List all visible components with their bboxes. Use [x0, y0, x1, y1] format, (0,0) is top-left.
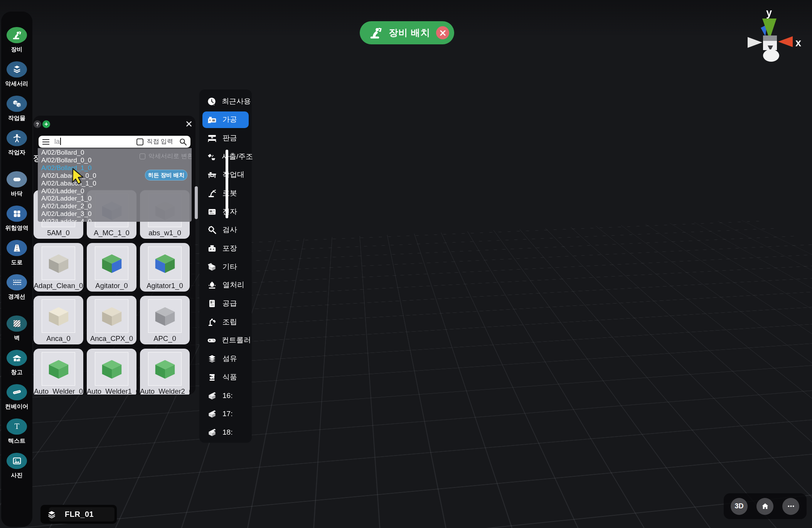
sidebar-item-road[interactable]: 도로 — [7, 240, 27, 266]
category-item-controller[interactable]: 컨트롤러 — [202, 332, 249, 349]
suggestion-item[interactable]: A/02/Ladder_1_0 — [38, 195, 192, 202]
category-menu: 최근사용 가공 판금 사출/주조 작업대 로봇 전자 검사 포장 기타 — [199, 89, 252, 443]
category-item-food[interactable]: 식품 — [202, 369, 249, 385]
more-options-button[interactable] — [782, 498, 799, 515]
sidebar-item-photo[interactable]: 사진 — [7, 453, 27, 479]
category-item-heat-treatment[interactable]: 열처리 — [202, 277, 249, 294]
hamburger-menu-icon[interactable] — [42, 139, 49, 145]
search-bar[interactable]: la 직접 입력 — [39, 136, 190, 148]
equipment-card-label: APC_0 — [140, 334, 190, 343]
warehouse-icon — [7, 350, 27, 366]
assembly-icon — [207, 317, 217, 327]
text-icon: T — [7, 418, 27, 435]
floor-selector-chip[interactable]: FLR_01 — [40, 505, 117, 524]
sidebar-item-label: 사진 — [11, 472, 23, 479]
equipment-card[interactable]: Anca_CPX_0 — [87, 296, 136, 344]
category-item-etc[interactable]: 기타 — [202, 258, 249, 275]
suggestion-item[interactable]: A/02/Labacon_1_0 — [38, 180, 192, 187]
category-item-recent[interactable]: 최근사용 — [202, 93, 249, 110]
direct-input-checkbox[interactable] — [136, 138, 143, 145]
equipment-card-label: Agitator1_0 — [140, 282, 190, 290]
photo-icon — [7, 453, 27, 469]
equipment-card[interactable]: Agitator1_0 — [140, 243, 190, 292]
suggestion-item[interactable]: A/02/Ladder_2_0 — [38, 202, 192, 210]
sidebar-item-workpiece[interactable]: 작업물 — [7, 96, 27, 122]
equipment-card-label: Anca_0 — [34, 334, 83, 343]
x-neg-cone — [748, 37, 762, 48]
mode-pill-label: 장비 배치 — [383, 27, 436, 39]
category-label: 가공 — [222, 115, 237, 125]
equipment-card[interactable]: Auto_Welder_0 — [34, 349, 83, 395]
category-item-cat-16[interactable]: 16: — [202, 387, 249, 404]
equipment-card[interactable]: Adapt_Clean_0 — [34, 243, 83, 292]
app-root: y x 장비 배치 장비 악세서리 작업물 작업자 — [0, 0, 812, 528]
equipment-thumbnail — [95, 352, 128, 386]
magnifier-icon[interactable] — [179, 138, 187, 145]
equipment-thumbnail — [42, 299, 75, 333]
ellipsis-icon — [787, 502, 795, 510]
road-icon — [7, 240, 27, 256]
open-box-icon — [207, 391, 217, 401]
gizmo-y-label: y — [766, 7, 772, 19]
sidebar-item-accessory[interactable]: 악세서리 — [5, 61, 29, 88]
sidebar-item-label: 도로 — [11, 259, 23, 266]
sidebar-item-wall[interactable]: 벽 — [7, 315, 27, 342]
equipment-card[interactable]: Auto_Welder1_0 — [87, 349, 136, 395]
category-item-supply[interactable]: 공급 — [202, 295, 249, 312]
view-mode-3d-button[interactable]: 3D — [731, 498, 748, 515]
category-label: 판금 — [222, 133, 237, 143]
category-label: 18: — [222, 428, 232, 437]
sidebar-item-floor[interactable]: 바닥 — [7, 171, 27, 197]
equipment-thumbnail — [148, 299, 182, 333]
category-item-cat-18[interactable]: 18: — [202, 424, 249, 440]
suggestion-item[interactable]: A/02/Ladder_4_0 — [38, 218, 192, 222]
open-box-icon — [207, 409, 217, 419]
open-box-icon — [207, 427, 217, 437]
convert-to-accessory-checkbox[interactable] — [140, 154, 145, 159]
equipment-thumbnail — [148, 246, 182, 280]
sidebar-item-text[interactable]: T 텍스트 — [7, 418, 27, 445]
equipment-card[interactable]: Anca_0 — [34, 296, 83, 344]
equipment-card-label: abs_w1_0 — [140, 229, 190, 237]
workpiece-boxes-icon — [7, 96, 27, 112]
svg-text:T: T — [14, 422, 19, 430]
equipment-thumbnail — [42, 246, 75, 280]
sidebar-item-conveyor[interactable]: 컨베이어 — [5, 384, 29, 410]
accessory-layers-icon — [7, 61, 27, 78]
mode-pill-close-button[interactable] — [436, 26, 449, 39]
category-item-packaging[interactable]: 포장 — [202, 240, 249, 257]
robot-icon — [207, 188, 217, 198]
suggestion-item[interactable]: A/02/Ladder_3_0 — [38, 210, 192, 218]
category-item-sheet-metal[interactable]: 판금 — [202, 130, 249, 146]
panel-close-button[interactable]: ✕ — [185, 120, 193, 128]
search-input[interactable]: la — [54, 138, 61, 146]
category-item-cat-17[interactable]: 17: — [202, 406, 249, 422]
category-item-fiber[interactable]: 섬유 — [202, 351, 249, 367]
direct-input-label: 직접 입력 — [147, 138, 173, 146]
sidebar-item-danger-zone[interactable]: 위험영역 — [5, 206, 29, 232]
help-button[interactable]: ? — [34, 120, 41, 128]
category-item-assembly[interactable]: 조립 — [202, 314, 249, 330]
sidebar-item-equipment[interactable]: 장비 — [7, 27, 27, 53]
equipment-card[interactable]: Agitator_0 — [87, 243, 136, 292]
category-item-machining[interactable]: 가공 — [202, 111, 249, 128]
sidebar-item-worker[interactable]: 작업자 — [7, 130, 27, 156]
sidebar-item-boundary-line[interactable]: 경계선 — [7, 274, 27, 300]
equipment-card[interactable]: Auto_Welder2_0 — [140, 349, 190, 395]
reset-view-button[interactable] — [756, 498, 773, 515]
boundary-line-icon — [7, 274, 27, 290]
category-label: 조립 — [222, 317, 237, 327]
dropdown-scrollbar[interactable] — [226, 150, 228, 218]
sidebar-item-warehouse[interactable]: 창고 — [7, 350, 27, 376]
axis-gizmo[interactable]: y x — [738, 3, 808, 64]
hidden-equipment-place-button[interactable]: 히든 장비 배치 — [145, 170, 187, 180]
category-label: 열처리 — [222, 280, 244, 290]
category-item-inspection[interactable]: 검사 — [202, 222, 249, 238]
machining-icon — [207, 115, 217, 125]
panel-scrollbar[interactable] — [195, 186, 198, 219]
category-label: 최근사용 — [222, 96, 251, 106]
fiber-icon — [207, 354, 217, 364]
suggestion-item[interactable]: A/02/Ladder_0 — [38, 187, 192, 195]
add-button[interactable]: + — [42, 120, 50, 128]
equipment-card[interactable]: APC_0 — [140, 296, 190, 344]
